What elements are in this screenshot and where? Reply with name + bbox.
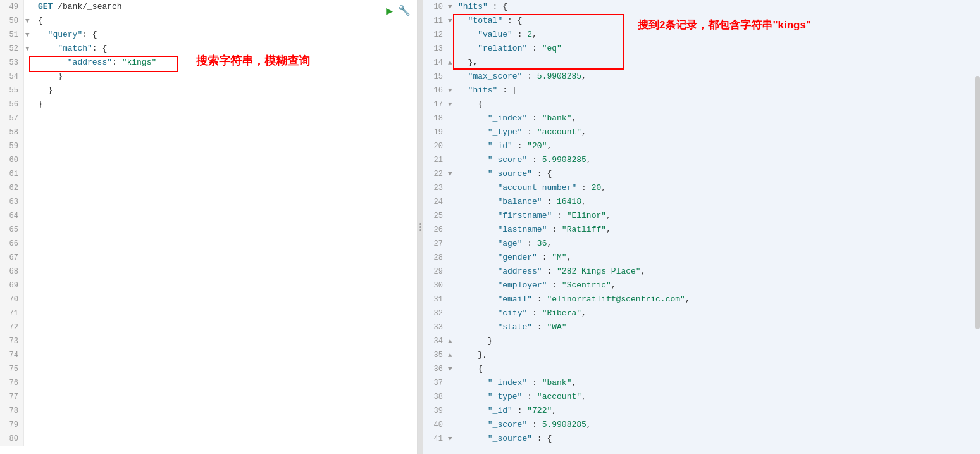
fold-icon[interactable]: ▼ bbox=[447, 98, 456, 111]
settings-button[interactable]: 🔧 bbox=[398, 4, 411, 17]
fold-icon[interactable]: ▼ bbox=[447, 14, 456, 28]
table-row: 19 "_type" : "account", bbox=[423, 125, 972, 139]
code-token: : bbox=[527, 113, 542, 123]
line-content: { bbox=[456, 362, 483, 376]
fold-icon[interactable]: ▲ bbox=[447, 348, 456, 362]
line-number: 61 bbox=[0, 167, 24, 181]
table-row: 50▼{ bbox=[0, 14, 417, 28]
table-row: 69 bbox=[0, 279, 417, 293]
line-number: 26 bbox=[423, 223, 447, 237]
line-number: 27 bbox=[423, 237, 447, 251]
right-code-area: 10▼"hits" : {11▼ "total" : {12 "value" :… bbox=[423, 0, 980, 454]
code-token: "Elinor" bbox=[567, 211, 606, 220]
line-number: 73 bbox=[0, 334, 24, 348]
table-row: 24 "balance" : 16418, bbox=[423, 195, 972, 209]
table-row: 12 "value" : 2, bbox=[423, 28, 972, 42]
code-token: 2 bbox=[527, 30, 532, 39]
code-token: "email" bbox=[497, 294, 532, 304]
code-token: "eq" bbox=[542, 44, 562, 53]
code-token: : bbox=[547, 281, 561, 290]
line-number: 15 bbox=[423, 70, 447, 84]
code-token: "balance" bbox=[497, 197, 542, 206]
code-token: , bbox=[567, 253, 572, 262]
code-token: "city" bbox=[497, 308, 527, 318]
line-content: "lastname" : "Ratliff", bbox=[456, 223, 611, 237]
table-row: 18 "_index" : "bank", bbox=[423, 111, 972, 125]
line-number: 54 bbox=[0, 70, 24, 84]
code-token: { bbox=[478, 364, 483, 374]
line-number: 51 bbox=[0, 28, 24, 42]
code-token: "age" bbox=[497, 239, 522, 248]
table-row: 37 "_index" : "bank", bbox=[423, 376, 972, 390]
code-token: : bbox=[512, 406, 527, 415]
code-token: "state" bbox=[497, 322, 532, 332]
line-number: 17 bbox=[423, 98, 447, 111]
line-number: 10 bbox=[423, 0, 447, 14]
fold-icon[interactable]: ▼ bbox=[24, 42, 33, 56]
fold-icon[interactable]: ▼ bbox=[447, 84, 456, 98]
line-number: 75 bbox=[0, 362, 24, 376]
code-token: "total" bbox=[468, 16, 503, 25]
code-token: , bbox=[571, 378, 576, 388]
fold-icon[interactable]: ▼ bbox=[447, 432, 456, 446]
table-row: 65 bbox=[0, 223, 417, 237]
table-row: 38 "_type" : "account", bbox=[423, 390, 972, 404]
run-button[interactable]: ▶ bbox=[386, 4, 393, 18]
table-row: 78 bbox=[0, 404, 417, 418]
table-row: 33 "state" : "WA" bbox=[423, 320, 972, 334]
table-row: 11▼ "total" : { bbox=[423, 14, 972, 28]
panel-divider[interactable] bbox=[418, 0, 423, 454]
code-token: "_source" bbox=[488, 169, 532, 179]
table-row: 27 "age" : 36, bbox=[423, 237, 972, 251]
line-content: "state" : "WA" bbox=[456, 320, 567, 334]
fold-icon[interactable]: ▼ bbox=[24, 28, 33, 42]
line-number: 80 bbox=[0, 432, 24, 446]
line-content: "city" : "Ribera", bbox=[456, 306, 586, 320]
code-token: "elinorratliff@scentric.com" bbox=[547, 294, 685, 304]
line-number: 65 bbox=[0, 223, 24, 237]
code-token: }, bbox=[478, 350, 488, 360]
table-row: 71 bbox=[0, 306, 417, 320]
table-row: 60 bbox=[0, 153, 417, 167]
code-token: "firstname" bbox=[497, 211, 552, 220]
line-number: 64 bbox=[0, 209, 24, 223]
line-content: "address": "kings" bbox=[33, 56, 156, 70]
fold-icon[interactable]: ▼ bbox=[447, 362, 456, 376]
line-content: } bbox=[456, 334, 493, 348]
code-token: , bbox=[586, 420, 592, 429]
fold-icon[interactable]: ▼ bbox=[447, 167, 456, 181]
code-token: , bbox=[611, 281, 616, 290]
table-row: 52▼ "match": { bbox=[0, 42, 417, 56]
code-token: , bbox=[581, 197, 586, 206]
code-token: : bbox=[522, 72, 537, 81]
line-content: "email" : "elinorratliff@scentric.com", bbox=[456, 293, 690, 306]
line-content: } bbox=[33, 84, 53, 98]
table-row: 49 GET /bank/_search bbox=[0, 0, 417, 14]
line-number: 71 bbox=[0, 306, 24, 320]
code-token: "Ratliff" bbox=[562, 225, 606, 234]
fold-icon[interactable]: ▼ bbox=[24, 14, 33, 28]
line-number: 67 bbox=[0, 251, 24, 265]
code-token: : { bbox=[532, 434, 552, 443]
table-row: 30 "employer" : "Scentric", bbox=[423, 279, 972, 293]
right-panel: 10▼"hits" : {11▼ "total" : {12 "value" :… bbox=[423, 0, 980, 454]
code-token: : bbox=[522, 392, 537, 401]
line-number: 34 bbox=[423, 334, 447, 348]
fold-icon[interactable]: ▼ bbox=[447, 0, 456, 14]
fold-icon[interactable]: ▲ bbox=[447, 334, 456, 348]
table-row: 56 } bbox=[0, 98, 417, 111]
code-token: "bank" bbox=[542, 113, 572, 123]
code-token: : bbox=[527, 420, 542, 429]
line-number: 30 bbox=[423, 279, 447, 293]
line-content: "relation" : "eq" bbox=[456, 42, 562, 56]
line-number: 62 bbox=[0, 181, 24, 195]
table-row: 64 bbox=[0, 209, 417, 223]
line-content: "account_number" : 20, bbox=[456, 181, 606, 195]
code-token: , bbox=[581, 392, 586, 401]
line-content: "_type" : "account", bbox=[456, 390, 586, 404]
fold-icon[interactable]: ▲ bbox=[447, 56, 456, 70]
line-number: 22 bbox=[423, 167, 447, 181]
code-token: : bbox=[512, 30, 527, 39]
line-number: 33 bbox=[423, 320, 447, 334]
scrollbar[interactable] bbox=[975, 76, 980, 329]
